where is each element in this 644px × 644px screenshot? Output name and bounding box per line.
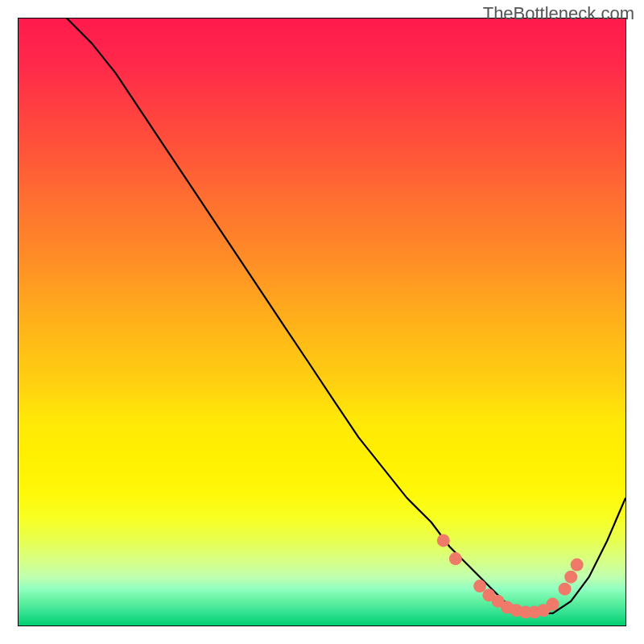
bottleneck-curve bbox=[19, 19, 625, 613]
data-dot bbox=[571, 559, 584, 572]
curve-svg bbox=[19, 19, 625, 625]
chart-container: TheBottleneck.com bbox=[0, 0, 644, 644]
data-dot bbox=[547, 598, 559, 611]
data-dot bbox=[559, 583, 572, 596]
data-dot bbox=[473, 580, 486, 592]
data-dot bbox=[449, 552, 462, 565]
curve-dots bbox=[437, 535, 584, 619]
data-dot bbox=[437, 535, 450, 547]
plot-area bbox=[18, 18, 626, 626]
data-dot bbox=[564, 571, 577, 584]
watermark-text: TheBottleneck.com bbox=[483, 3, 634, 24]
